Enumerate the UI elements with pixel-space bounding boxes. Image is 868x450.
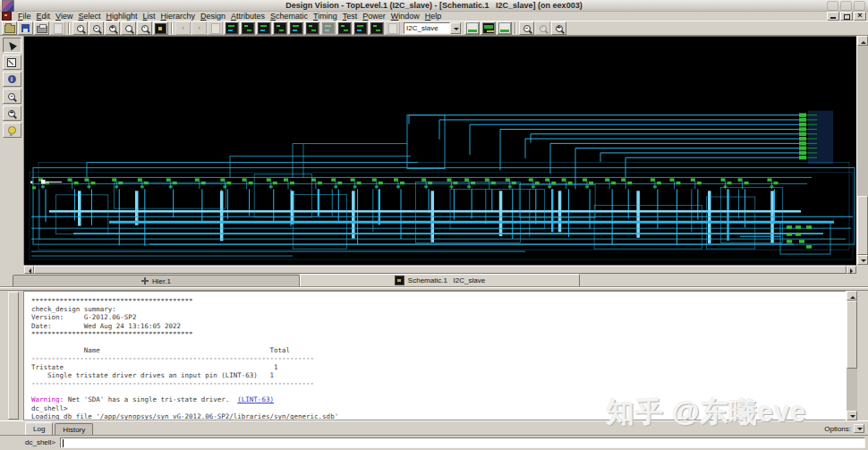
lint-link[interactable]: (LINT-63)	[237, 395, 274, 403]
mdi-restore-icon[interactable]	[840, 12, 853, 21]
menu-help[interactable]: Help	[422, 12, 445, 21]
open-button[interactable]	[2, 21, 17, 35]
tab-history[interactable]: History	[55, 423, 93, 435]
scroll-left-icon[interactable]	[24, 266, 34, 274]
child-window-icon[interactable]	[2, 12, 12, 21]
menu-schematic[interactable]: Schematic	[268, 12, 311, 21]
close-icon[interactable]	[854, 1, 865, 11]
scroll-thumb[interactable]	[857, 196, 868, 255]
schematic-tab-icon	[395, 276, 404, 285]
tab-hier[interactable]: Hier.1	[13, 275, 300, 286]
report-button[interactable]	[385, 21, 400, 35]
zoom-100-button[interactable]	[535, 21, 550, 35]
zoom-out-2-button[interactable]	[519, 21, 534, 35]
hierarchy-icon	[141, 277, 149, 284]
forward-button[interactable]: ›	[191, 21, 207, 35]
scroll-thumb[interactable]	[847, 301, 857, 369]
log-line: ****************************************	[31, 297, 846, 305]
log-output[interactable]: ****************************************…	[23, 291, 846, 420]
menu-power[interactable]: Power	[360, 12, 388, 21]
scroll-up-icon[interactable]	[857, 36, 868, 46]
menu-list[interactable]: List	[140, 12, 157, 21]
schematic-window	[0, 36, 868, 265]
tab-schematic[interactable]: Schematic.1 I2C_slave	[300, 274, 580, 286]
maximize-icon[interactable]	[840, 1, 852, 11]
log-side-scrollbar[interactable]	[8, 292, 19, 420]
mdi-minimize-icon[interactable]	[827, 12, 839, 21]
menu-design[interactable]: Design	[198, 12, 228, 21]
view-all-button[interactable]	[153, 21, 168, 35]
scroll-track[interactable]	[847, 301, 857, 411]
compile-button[interactable]	[336, 21, 352, 35]
layout-button[interactable]	[464, 21, 480, 35]
zoom-out-button[interactable]	[89, 21, 104, 35]
elaborate-button[interactable]	[353, 21, 368, 35]
symbol-view-button[interactable]	[240, 21, 255, 35]
schematic-vertical-scrollbar[interactable]	[856, 36, 868, 265]
scroll-up-icon[interactable]	[847, 291, 857, 301]
zoom-out-circle-icon	[523, 25, 531, 32]
probe-button[interactable]	[497, 21, 512, 35]
back-button[interactable]: ‹	[175, 21, 191, 35]
menu-edit[interactable]: Edit	[34, 12, 54, 21]
scroll-track[interactable]	[857, 46, 868, 255]
menu-select[interactable]: Select	[75, 12, 103, 21]
scroll-right-icon[interactable]	[847, 266, 856, 274]
menu-hierarchy[interactable]: Hierarchy	[157, 12, 198, 21]
zoom-box-button[interactable]	[72, 21, 88, 35]
netlist-view-button[interactable]	[288, 21, 303, 35]
print-button[interactable]	[34, 21, 49, 35]
console-tab-bar: Log History Options:	[0, 420, 868, 436]
menu-attributes[interactable]: Attributes	[228, 12, 268, 21]
select-tool-button[interactable]	[3, 38, 21, 53]
options-label: Options:	[824, 425, 851, 433]
refresh-button[interactable]	[208, 21, 223, 35]
design-dropdown-button[interactable]	[450, 22, 461, 34]
minimize-icon[interactable]	[827, 1, 838, 11]
hier-down-button[interactable]	[272, 21, 287, 35]
zoom-full-button[interactable]	[121, 21, 136, 35]
menu-window[interactable]: Window	[388, 12, 422, 21]
zoom-in-tool-button[interactable]	[3, 106, 21, 121]
log-vertical-scrollbar[interactable]	[846, 291, 857, 420]
menu-highlight[interactable]: Highlight	[103, 12, 140, 21]
design-list-button[interactable]	[369, 21, 384, 35]
log-line: Loading db file '/app/synopsys/syn_vG-20…	[31, 412, 846, 420]
zoom-in-button[interactable]	[105, 21, 120, 35]
mdi-close-icon[interactable]	[854, 12, 866, 21]
page-icon	[54, 23, 63, 34]
scroll-thumb[interactable]	[34, 266, 847, 274]
info-tool-button[interactable]	[3, 72, 21, 87]
zoom-in-2-button[interactable]	[551, 21, 566, 35]
zoom-area-tool-button[interactable]	[3, 55, 21, 70]
shell-input[interactable]	[60, 437, 865, 448]
design-dropdown[interactable]: I2C_slave	[404, 22, 461, 34]
highlight-stripe-icon	[482, 22, 495, 34]
menu-file[interactable]: File	[15, 12, 34, 21]
options-dropdown[interactable]	[854, 424, 864, 433]
shell-prompt: dc_shell>	[25, 438, 55, 446]
schematic-view-button[interactable]	[224, 21, 239, 35]
zoom-out-tool-button[interactable]	[3, 89, 21, 104]
zoom-selected-button[interactable]	[137, 21, 152, 35]
mdi-window-controls	[827, 12, 866, 21]
edit-page-button[interactable]	[50, 21, 65, 35]
schematic-canvas[interactable]	[24, 36, 856, 265]
highlight-tool-button[interactable]	[3, 123, 21, 138]
log-line	[31, 338, 846, 346]
menu-view[interactable]: View	[53, 12, 75, 21]
window-controls[interactable]	[827, 1, 865, 11]
menu-test[interactable]: Test	[340, 12, 361, 21]
hier-up-button[interactable]	[256, 21, 271, 35]
schematic-horizontal-scrollbar[interactable]	[24, 265, 856, 274]
highlight-nets-button[interactable]	[481, 21, 496, 35]
menu-timing[interactable]: Timing	[311, 12, 340, 21]
tab-log[interactable]: Log	[25, 422, 53, 435]
title-bar[interactable]: Design Vision - TopLevel.1 (I2C_slave) -…	[0, 0, 868, 12]
scroll-down-icon[interactable]	[847, 411, 857, 420]
scroll-down-icon[interactable]	[857, 255, 868, 265]
filter-view-button[interactable]	[304, 21, 319, 35]
map-view-button[interactable]	[320, 21, 336, 35]
save-button[interactable]	[18, 21, 33, 35]
design-dropdown-value[interactable]: I2C_slave	[404, 22, 450, 34]
